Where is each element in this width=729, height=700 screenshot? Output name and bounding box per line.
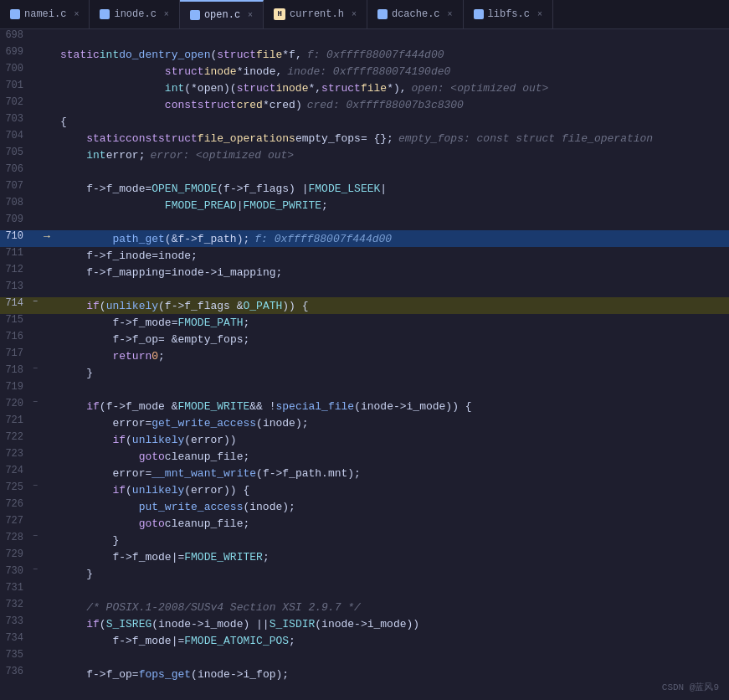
fold-727 (30, 515, 40, 532)
fold-719 (30, 381, 40, 398)
line-num-701: 701 (0, 80, 30, 96)
kw-int-699: int (100, 49, 119, 61)
gutter-line-721: 721 (0, 414, 54, 431)
code-line-724: error = __mnt_want_write (f->f_path.mnt)… (54, 465, 729, 481)
tab-label-libfs: libfs.c (488, 8, 530, 20)
arrow-716 (40, 331, 54, 347)
gutter-line-736: 736 (0, 666, 54, 682)
arrow-732 (40, 599, 54, 615)
tab-dcache[interactable]: dcache.c × (367, 0, 464, 29)
fold-701 (30, 80, 40, 96)
fold-728[interactable]: − (30, 532, 40, 548)
fold-714[interactable]: − (30, 297, 40, 314)
arrow-713 (40, 281, 54, 297)
arrow-706 (40, 163, 54, 180)
fold-731 (30, 582, 40, 599)
fold-700 (30, 63, 40, 80)
fold-736 (30, 666, 40, 682)
tab-icon-libfs (474, 9, 484, 19)
gutter-line-708: 708 (0, 197, 54, 214)
arrow-730 (40, 565, 54, 582)
arrow-725 (40, 481, 54, 498)
code-line-735 (54, 649, 729, 666)
tab-icon-namei (10, 9, 20, 19)
code-line-715: f -> f_mode = FMODE_PATH ; (54, 314, 729, 331)
tab-namei[interactable]: namei.c × (0, 0, 90, 29)
fold-702 (30, 96, 40, 113)
arrow-719 (40, 381, 54, 398)
tab-libfs[interactable]: libfs.c × (464, 0, 553, 29)
tab-bar: namei.c × inode.c × open.c × H current.h… (0, 0, 729, 29)
code-line-726: put_write_access (inode); (54, 498, 729, 515)
gutter-line-704: 704 (0, 130, 54, 147)
line-num-710: 710 (0, 230, 30, 247)
line-num-723: 723 (0, 448, 30, 465)
code-content: static int do_dentry_open ( struct file … (54, 29, 729, 700)
tab-close-namei[interactable]: × (74, 10, 79, 19)
gutter-line-723: 723 (0, 448, 54, 465)
tab-open[interactable]: open.c × (180, 0, 264, 29)
arrow-733 (40, 615, 54, 632)
tab-close-dcache[interactable]: × (448, 10, 453, 19)
fold-718[interactable]: − (30, 364, 40, 381)
code-line-700: struct inode *inode, inode: 0xffff880074… (54, 63, 729, 80)
gutter-line-726: 726 (0, 498, 54, 515)
editor: 698 699 700 701 702 703 (0, 29, 729, 700)
fold-707 (30, 180, 40, 197)
fold-733 (30, 615, 40, 632)
gutter-line-713: 713 (0, 281, 54, 297)
code-line-710: path_get (&f->f_path); f: 0xffff88007f44… (54, 230, 729, 247)
gutter-line-724: 724 (0, 465, 54, 481)
code-line-713 (54, 281, 729, 297)
line-num-712: 712 (0, 264, 30, 281)
gutter-line-712: 712 (0, 264, 54, 281)
arrow-icon-710: → (40, 230, 54, 247)
gutter-line-728: 728 − (0, 532, 54, 548)
line-num-707: 707 (0, 180, 30, 197)
tab-close-current[interactable]: × (352, 10, 357, 19)
line-num-699: 699 (0, 46, 30, 63)
gutter-line-699: 699 (0, 46, 54, 63)
line-num-705: 705 (0, 147, 30, 163)
code-line-730: } (54, 565, 729, 582)
tab-icon-inode (100, 9, 110, 19)
line-num-724: 724 (0, 465, 30, 481)
line-num-703: 703 (0, 113, 30, 130)
code-line-704: static const struct file_operations empt… (54, 130, 729, 147)
arrow-736 (40, 666, 54, 682)
line-num-702: 702 (0, 96, 30, 113)
tab-label-namei: namei.c (24, 8, 66, 20)
fold-725[interactable]: − (30, 481, 40, 498)
line-num-730: 730 (0, 565, 30, 582)
code-line-727: goto cleanup_file ; (54, 515, 729, 532)
line-num-727: 727 (0, 515, 30, 532)
gutter-line-727: 727 (0, 515, 54, 532)
arrow-727 (40, 515, 54, 532)
tab-current[interactable]: H current.h × (264, 0, 367, 29)
fold-724 (30, 465, 40, 481)
code-line-716: f -> f_op = & empty_fops ; (54, 331, 729, 347)
arrow-704 (40, 130, 54, 147)
line-num-731: 731 (0, 582, 30, 599)
code-line-711: f -> f_inode = inode ; (54, 247, 729, 264)
arrow-715 (40, 314, 54, 331)
line-num-721: 721 (0, 414, 30, 431)
fold-720[interactable]: − (30, 398, 40, 414)
tab-icon-open (190, 10, 200, 20)
gutter-line-700: 700 (0, 63, 54, 80)
code-line-733: if ( S_ISREG (inode->i_mode) || S_ISDIR … (54, 615, 729, 632)
gutter-line-734: 734 (0, 632, 54, 649)
line-num-725: 725 (0, 481, 30, 498)
code-line-701: int (*open)( struct inode *, struct file… (54, 80, 729, 96)
fold-735 (30, 649, 40, 666)
fold-734 (30, 632, 40, 649)
line-num-722: 722 (0, 431, 30, 448)
tab-close-libfs[interactable]: × (537, 10, 542, 19)
line-num-719: 719 (0, 381, 30, 398)
line-num-720: 720 (0, 398, 30, 414)
fold-730[interactable]: − (30, 565, 40, 582)
tab-close-inode[interactable]: × (164, 10, 169, 19)
tab-inode[interactable]: inode.c × (90, 0, 179, 29)
tab-close-open[interactable]: × (248, 11, 253, 20)
fold-715 (30, 314, 40, 331)
